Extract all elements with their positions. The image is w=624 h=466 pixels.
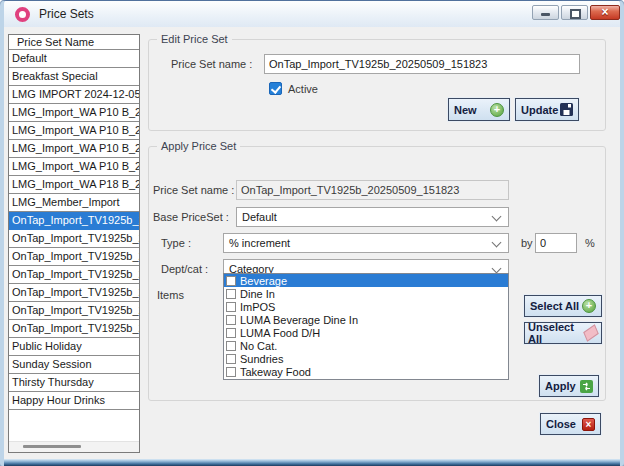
update-button[interactable]: Update	[515, 98, 579, 121]
apply-button[interactable]: Apply	[539, 375, 599, 397]
maximize-icon	[570, 9, 581, 19]
apply-item-row[interactable]: Sundries	[224, 352, 508, 365]
horizontal-scrollbar[interactable]	[9, 441, 139, 452]
checkbox-icon[interactable]	[226, 328, 236, 338]
type-select[interactable]: % increment	[223, 233, 509, 253]
chevron-down-icon	[492, 238, 502, 248]
apply-item-row[interactable]: Takeway Food	[224, 365, 508, 378]
price-set-row[interactable]: Public Holiday	[9, 338, 139, 356]
apply-item-row[interactable]: No Cat.	[224, 339, 508, 352]
titlebar[interactable]: Price Sets ×	[4, 1, 620, 28]
edit-name-label: Price Set name :	[171, 58, 252, 70]
scrollbar-thumb[interactable]	[23, 445, 81, 448]
active-checkbox[interactable]	[269, 82, 282, 95]
new-button-label: New	[454, 104, 477, 116]
select-all-label: Select All	[530, 300, 579, 312]
price-sets-window: Price Sets × Price Set Name Default Brea…	[0, 0, 624, 466]
list-rows: Default Breakfast Special LMG IMPORT 202…	[9, 50, 139, 410]
new-button[interactable]: New	[448, 98, 510, 121]
apply-item-row[interactable]: LUMA Beverage Dine In	[224, 313, 508, 326]
by-label: by	[521, 237, 533, 249]
apply-item-label: Beverage	[240, 275, 287, 287]
apply-item-row[interactable]: ImPOS	[224, 300, 508, 313]
edit-group-title: Edit Price Set	[157, 33, 232, 45]
plus-icon	[582, 299, 596, 313]
price-set-row[interactable]: OnTap_Import_TV1925b_2025	[9, 266, 139, 284]
checkbox-icon[interactable]	[226, 354, 236, 364]
price-set-row[interactable]: OnTap_Import_TV1925b_2025	[9, 230, 139, 248]
unselect-all-label: Unselect All	[528, 321, 584, 345]
unselect-all-button[interactable]: Unselect All	[524, 322, 602, 344]
close-window-button[interactable]: ×	[590, 5, 620, 20]
checkbox-icon[interactable]	[226, 341, 236, 351]
window-bottom-border	[4, 459, 620, 466]
list-header: Price Set Name	[9, 35, 139, 50]
price-set-row[interactable]: Happy Hour Drinks	[9, 392, 139, 410]
edit-name-input[interactable]	[264, 54, 580, 74]
price-set-row[interactable]: LMG_Import_WA P10 B_2025	[9, 122, 139, 140]
chevron-down-icon	[492, 264, 502, 274]
apply-item-label: LUMA Beverage Dine In	[240, 314, 358, 326]
active-label: Active	[288, 83, 318, 95]
checkbox-icon[interactable]	[226, 289, 236, 299]
base-priceset-label: Base PriceSet :	[153, 211, 229, 223]
minimize-icon	[541, 13, 550, 16]
app-logo-icon	[15, 7, 30, 22]
apply-item-label: LUMA Food D/H	[240, 327, 320, 339]
price-set-row[interactable]: LMG_Import_WA P10 B_2025	[9, 158, 139, 176]
select-all-button[interactable]: Select All	[524, 295, 602, 317]
apply-name-label: Price Set name :	[153, 184, 234, 196]
apply-group-title: Apply Price Set	[157, 140, 240, 152]
apply-item-label: Dine In	[240, 288, 275, 300]
price-set-row[interactable]: OnTap_Import_TV1925b_2025	[9, 284, 139, 302]
client-area: Price Set Name Default Breakfast Special…	[4, 27, 620, 459]
apply-item-label: Sundries	[240, 353, 283, 365]
base-priceset-value: Default	[242, 211, 277, 223]
price-set-row[interactable]: Sunday Session	[9, 356, 139, 374]
price-set-list: Price Set Name Default Breakfast Special…	[8, 34, 140, 453]
price-set-row[interactable]: LMG_Import_WA P18 B_2025	[9, 176, 139, 194]
checkbox-icon[interactable]	[226, 367, 236, 377]
close-icon: ×	[591, 6, 619, 19]
price-set-row[interactable]: LMG_Import_WA P10 B_2025	[9, 104, 139, 122]
by-amount-input[interactable]	[535, 233, 577, 253]
price-set-row[interactable]: Breakfast Special	[9, 68, 139, 86]
apply-item-row[interactable]: LUMA Food D/H	[224, 326, 508, 339]
type-value: % increment	[229, 237, 290, 249]
price-set-row[interactable]: LMG IMPORT 2024-12-05	[9, 86, 139, 104]
price-set-row[interactable]: Default	[9, 50, 139, 68]
apply-item-label: ImPOS	[240, 301, 275, 313]
update-button-label: Update	[521, 104, 558, 116]
price-set-row[interactable]: OnTap_Import_TV1925b_2025	[9, 248, 139, 266]
price-set-row[interactable]: Thirsty Thursday	[9, 374, 139, 392]
close-button-label: Close	[546, 418, 576, 430]
apply-price-set-group: Apply Price Set Price Set name : Base Pr…	[148, 146, 606, 401]
minimize-button[interactable]	[532, 5, 559, 20]
items-listbox: Beverage Dine In ImPOS LUMA Beverage Din…	[223, 273, 509, 380]
floppy-disk-icon	[560, 103, 573, 116]
plus-icon	[490, 103, 504, 117]
close-button[interactable]: Close	[540, 413, 601, 435]
maximize-button[interactable]	[561, 5, 588, 20]
close-x-icon	[582, 418, 595, 431]
base-priceset-select[interactable]: Default	[236, 207, 509, 227]
price-set-row[interactable]: OnTap_Import_TV1925b_2025	[9, 302, 139, 320]
apply-item-label: Takeway Food	[240, 366, 311, 378]
checkbox-icon[interactable]	[226, 302, 236, 312]
window-title: Price Sets	[39, 7, 94, 21]
checkbox-icon[interactable]	[226, 276, 236, 286]
apply-item-row[interactable]: Beverage	[224, 274, 508, 287]
price-set-row[interactable]: LMG_Member_Import	[9, 194, 139, 212]
items-label: Items	[157, 289, 184, 301]
apply-name-field	[236, 180, 509, 200]
percent-label: %	[585, 237, 595, 249]
price-set-row[interactable]: OnTap_Import_TV1925b_2025	[9, 212, 139, 230]
dept-cat-label: Dept/cat :	[161, 263, 208, 275]
checkbox-icon[interactable]	[226, 315, 236, 325]
price-set-row[interactable]: OnTap_Import_TV1925b_2025	[9, 320, 139, 338]
price-set-row[interactable]: LMG_Import_WA P10 B_2025	[9, 140, 139, 158]
apply-button-label: Apply	[545, 380, 576, 392]
chevron-down-icon	[492, 212, 502, 222]
eraser-icon	[583, 324, 598, 341]
apply-item-row[interactable]: Dine In	[224, 287, 508, 300]
